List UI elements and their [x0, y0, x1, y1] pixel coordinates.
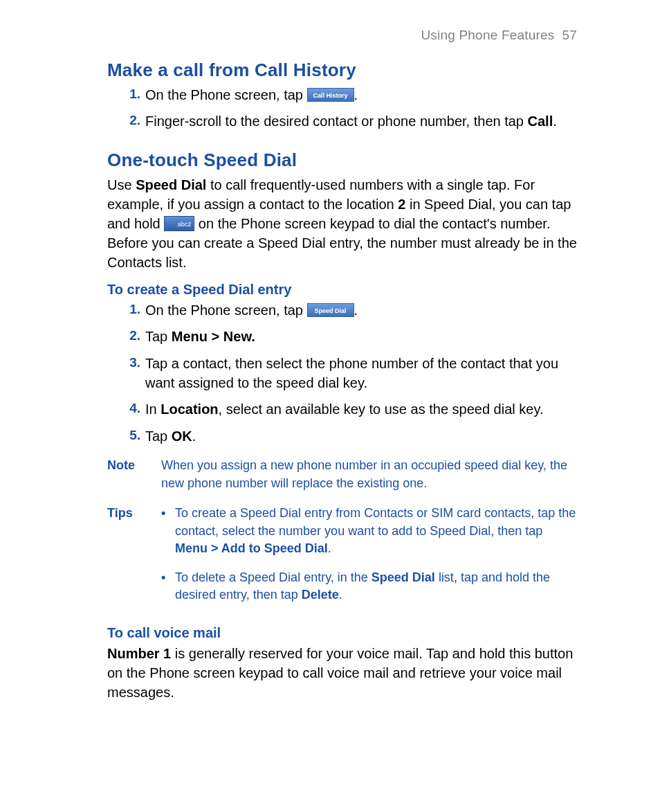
- step-bold: Call: [528, 114, 553, 129]
- tip-text: .: [339, 588, 342, 602]
- header-section: Using Phone Features: [421, 28, 554, 42]
- step-text: Finger-scroll to the desired contact or …: [145, 114, 528, 129]
- speed-dial-button-image: Speed Dial: [307, 303, 354, 317]
- heading-call-history: Make a call from Call History: [107, 60, 577, 81]
- note-body: When you assign a new phone number in an…: [161, 457, 577, 492]
- header-page-number: 57: [562, 28, 577, 42]
- step-text: Tap: [145, 428, 172, 444]
- step-number: 2.: [120, 111, 140, 130]
- step-text: , select an available key to use as the …: [219, 402, 544, 417]
- voicemail-text: Number 1 is generally reserved for your …: [107, 644, 577, 702]
- heading-voicemail: To call voice mail: [107, 625, 577, 641]
- tips-label: Tips: [107, 505, 161, 615]
- step-item: 2. Finger-scroll to the desired contact …: [107, 111, 577, 131]
- tip-item: • To create a Speed Dial entry from Cont…: [161, 505, 577, 558]
- heading-create-entry: To create a Speed Dial entry: [107, 282, 577, 298]
- text-bold: Number 1: [107, 646, 171, 661]
- step-text: .: [354, 87, 358, 102]
- tip-item: • To delete a Speed Dial entry, in the S…: [161, 569, 577, 604]
- tip-bold: Menu > Add to Speed Dial: [175, 541, 328, 555]
- step-number: 3.: [120, 354, 140, 372]
- step-bold: OK: [172, 428, 192, 444]
- text-bold: 2: [398, 197, 405, 212]
- step-number: 1.: [120, 300, 140, 319]
- text: is generally reserved for your voice mai…: [107, 646, 573, 700]
- tips-block: Tips • To create a Speed Dial entry from…: [107, 505, 577, 615]
- keypad-2-button-image: abc2: [164, 216, 194, 231]
- tip-text: To create a Speed Dial entry from Contac…: [175, 506, 576, 538]
- bullet-icon: •: [161, 505, 165, 523]
- step-bold: Location: [161, 402, 218, 417]
- step-text: On the Phone screen, tap: [145, 303, 307, 318]
- step-text: .: [192, 428, 196, 444]
- step-text: .: [354, 303, 358, 318]
- step-bold: Menu > New.: [172, 329, 255, 344]
- page-header: Using Phone Features 57: [107, 28, 577, 43]
- bullet-icon: •: [161, 569, 165, 587]
- step-text: Tap a contact, then select the phone num…: [145, 356, 558, 390]
- tip-text: .: [328, 541, 331, 555]
- step-item: 4. In Location, select an available key …: [107, 399, 577, 419]
- step-text: Tap: [145, 329, 172, 344]
- step-number: 5.: [120, 426, 140, 445]
- heading-speed-dial: One-touch Speed Dial: [107, 150, 577, 171]
- text: Use: [107, 177, 136, 192]
- speed-dial-intro: Use Speed Dial to call frequently-used n…: [107, 175, 577, 272]
- step-text: On the Phone screen, tap: [145, 87, 307, 102]
- step-item: 1. On the Phone screen, tap Speed Dial.: [107, 300, 577, 320]
- call-history-button-image: Call History: [307, 88, 354, 102]
- step-item: 5. Tap OK.: [107, 426, 577, 446]
- note-label: Note: [107, 457, 161, 492]
- steps-create-entry: 1. On the Phone screen, tap Speed Dial. …: [107, 300, 577, 446]
- note-block: Note When you assign a new phone number …: [107, 457, 577, 492]
- step-item: 1. On the Phone screen, tap Call History…: [107, 85, 577, 105]
- steps-call-history: 1. On the Phone screen, tap Call History…: [107, 85, 577, 132]
- page: Using Phone Features 57 Make a call from…: [0, 0, 660, 737]
- tips-body: • To create a Speed Dial entry from Cont…: [161, 505, 577, 615]
- step-number: 1.: [120, 85, 140, 104]
- step-item: 2. Tap Menu > New.: [107, 327, 577, 346]
- step-text: In: [145, 402, 161, 417]
- text-bold: Speed Dial: [136, 177, 206, 192]
- step-text: .: [553, 114, 557, 129]
- tip-bold: Speed Dial: [372, 570, 435, 584]
- step-number: 2.: [120, 327, 140, 345]
- tip-text: To delete a Speed Dial entry, in the: [175, 570, 372, 584]
- tip-bold: Delete: [302, 588, 339, 602]
- step-number: 4.: [120, 399, 140, 418]
- step-item: 3. Tap a contact, then select the phone …: [107, 354, 577, 393]
